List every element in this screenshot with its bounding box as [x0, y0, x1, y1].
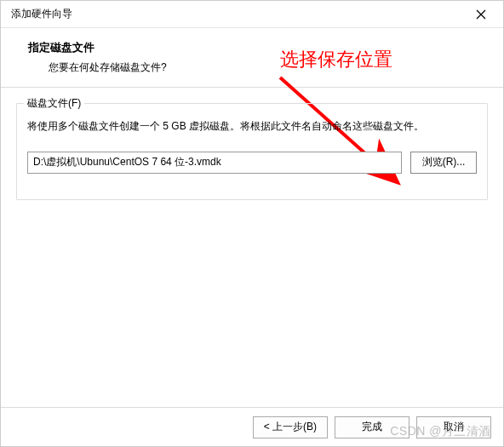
finish-button[interactable]: 完成 [335, 416, 410, 438]
browse-button-label: 浏览(R)... [422, 156, 466, 168]
footer: < 上一步(B) 完成 取消 [1, 407, 503, 446]
disk-path-input[interactable] [27, 152, 402, 174]
wizard-header: 指定磁盘文件 您要在何处存储磁盘文件? [1, 28, 503, 88]
close-icon [476, 9, 486, 20]
disk-file-group: 磁盘文件(F) 将使用多个磁盘文件创建一个 5 GB 虚拟磁盘。将根据此文件名自… [16, 103, 488, 200]
path-row: 浏览(R)... [27, 152, 477, 174]
back-button[interactable]: < 上一步(B) [253, 416, 328, 438]
browse-button[interactable]: 浏览(R)... [410, 152, 477, 174]
group-description: 将使用多个磁盘文件创建一个 5 GB 虚拟磁盘。将根据此文件名自动命名这些磁盘文… [27, 117, 477, 136]
content-area: 磁盘文件(F) 将使用多个磁盘文件创建一个 5 GB 虚拟磁盘。将根据此文件名自… [1, 88, 503, 200]
close-button[interactable] [466, 3, 496, 26]
cancel-button[interactable]: 取消 [416, 416, 491, 438]
group-legend: 磁盘文件(F) [24, 96, 84, 111]
titlebar: 添加硬件向导 [1, 1, 503, 28]
group-legend-text: 磁盘文件(F) [27, 97, 81, 109]
wizard-dialog: 添加硬件向导 指定磁盘文件 您要在何处存储磁盘文件? 选择保存位置 磁盘文件(F… [0, 0, 504, 447]
window-title: 添加硬件向导 [11, 7, 72, 21]
page-title: 指定磁盘文件 [28, 40, 483, 55]
page-subtitle: 您要在何处存储磁盘文件? [28, 60, 483, 75]
